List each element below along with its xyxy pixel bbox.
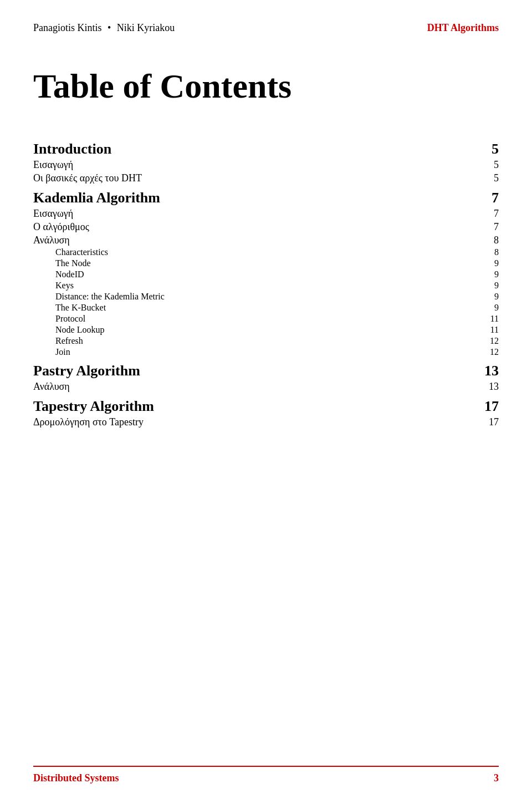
author-1: Panagiotis Kintis: [33, 22, 102, 33]
toc-entry-page: 11: [482, 314, 499, 324]
header-separator: •: [108, 22, 111, 33]
toc-entry-label: Δρομολόγηση στο Tapestry: [33, 416, 144, 428]
toc-entry-label: Kademlia Algorithm: [33, 190, 160, 206]
toc-entry: Ο αλγόριθμος7: [33, 221, 499, 233]
toc-entry-label: Characteristics: [33, 247, 108, 257]
toc-entry-page: 12: [482, 336, 499, 346]
toc-entry: Ανάλυση8: [33, 235, 499, 246]
toc-entry: Οι βασικές αρχές του DHT5: [33, 172, 499, 184]
toc-entry: The K-Bucket9: [33, 303, 499, 313]
toc-entry-page: 8: [482, 247, 499, 257]
toc-entry: Tapestry Algorithm17: [33, 398, 499, 415]
toc-entry-page: 11: [482, 325, 499, 335]
toc-entry: The Node9: [33, 258, 499, 268]
toc-entry-page: 12: [482, 347, 499, 357]
header-right-title: DHT Algorithms: [427, 22, 499, 34]
toc-entry: Distance: the Kademlia Metric9: [33, 292, 499, 302]
page-header: Panagiotis Kintis • Niki Kyriakou DHT Al…: [33, 22, 499, 34]
toc-entry-label: Join: [33, 347, 70, 357]
toc-entry-page: 7: [482, 190, 499, 206]
toc-entry-page: 13: [482, 363, 499, 379]
toc-entry-label: The K-Bucket: [33, 303, 106, 313]
toc-entry: Refresh12: [33, 336, 499, 346]
toc-entry-label: Pastry Algorithm: [33, 363, 140, 379]
toc-entry-page: 9: [482, 269, 499, 279]
toc-entry: Δρομολόγηση στο Tapestry17: [33, 416, 499, 428]
toc-entry-label: Tapestry Algorithm: [33, 398, 154, 415]
toc-entry: Εισαγωγή5: [33, 159, 499, 171]
toc-entry-page: 9: [482, 292, 499, 302]
header-authors: Panagiotis Kintis • Niki Kyriakou: [33, 22, 175, 34]
toc-entry-label: Introduction: [33, 141, 111, 157]
toc-entry-page: 5: [482, 172, 499, 184]
toc-entry-label: Οι βασικές αρχές του DHT: [33, 172, 142, 184]
toc-entry: Keys9: [33, 281, 499, 291]
toc-entry-page: 5: [482, 159, 499, 171]
toc-entry: NodeID9: [33, 269, 499, 279]
toc-entry-label: The Node: [33, 258, 91, 268]
toc-entry-label: Node Lookup: [33, 325, 104, 335]
toc-entry-page: 7: [482, 208, 499, 220]
toc-entry: Protocol11: [33, 314, 499, 324]
toc-entry-page: 17: [482, 398, 499, 415]
toc-entry-label: Keys: [33, 281, 74, 291]
toc-entry: Ανάλυση13: [33, 381, 499, 393]
toc-entry-label: Εισαγωγή: [33, 208, 73, 220]
toc-entry: Introduction5: [33, 141, 499, 157]
toc-entry-label: Protocol: [33, 314, 85, 324]
footer-left: Distributed Systems: [33, 772, 119, 784]
toc-entry-label: Ανάλυση: [33, 235, 70, 246]
toc-entry-page: 13: [482, 381, 499, 393]
author-2: Niki Kyriakou: [117, 22, 175, 33]
toc-entry-page: 17: [482, 416, 499, 428]
toc-entry-page: 9: [482, 258, 499, 268]
toc-entry-label: Refresh: [33, 336, 83, 346]
toc-entry-label: Εισαγωγή: [33, 159, 73, 171]
toc-entry-page: 9: [482, 281, 499, 291]
toc-entry: Characteristics8: [33, 247, 499, 257]
footer-right: 3: [494, 772, 499, 784]
toc-entry: Pastry Algorithm13: [33, 363, 499, 379]
page-footer: Distributed Systems 3: [33, 766, 499, 787]
toc-entry: Εισαγωγή7: [33, 208, 499, 220]
toc-entry: Node Lookup11: [33, 325, 499, 335]
toc-content: Introduction5Εισαγωγή5Οι βασικές αρχές τ…: [33, 135, 499, 766]
toc-entry: Kademlia Algorithm7: [33, 190, 499, 206]
toc-entry-page: 8: [482, 235, 499, 246]
toc-entry-label: Ανάλυση: [33, 381, 70, 393]
toc-entry-page: 5: [482, 141, 499, 157]
page-title: Table of Contents: [33, 67, 499, 105]
toc-entry-page: 7: [482, 221, 499, 233]
toc-entry-label: Distance: the Kademlia Metric: [33, 292, 165, 302]
toc-entry-label: Ο αλγόριθμος: [33, 221, 89, 233]
page: Panagiotis Kintis • Niki Kyriakou DHT Al…: [0, 0, 532, 809]
toc-entry-page: 9: [482, 303, 499, 313]
toc-entry-label: NodeID: [33, 269, 84, 279]
toc-entry: Join12: [33, 347, 499, 357]
